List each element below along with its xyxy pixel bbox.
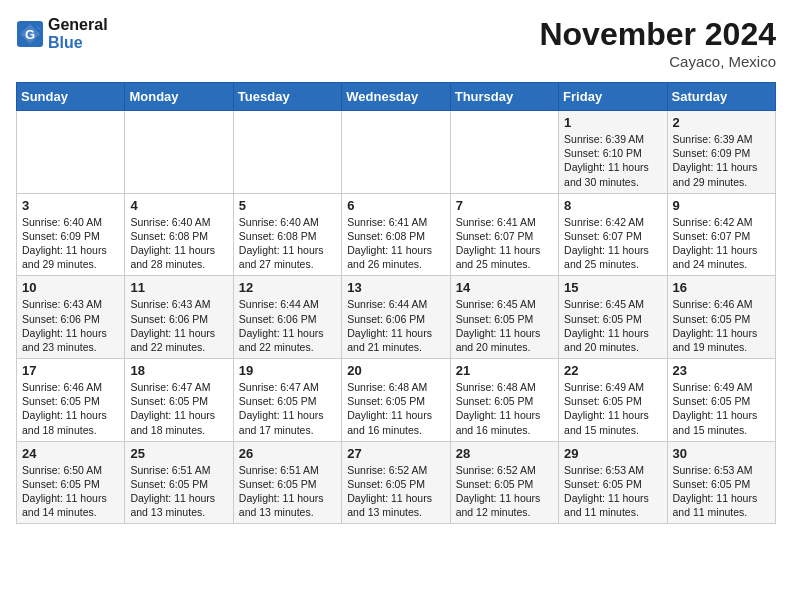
cell-content: Sunrise: 6:47 AM Sunset: 6:05 PM Dayligh… xyxy=(130,380,227,437)
cell-content: Sunrise: 6:41 AM Sunset: 6:07 PM Dayligh… xyxy=(456,215,553,272)
day-number: 8 xyxy=(564,198,661,213)
cell-content: Sunrise: 6:50 AM Sunset: 6:05 PM Dayligh… xyxy=(22,463,119,520)
calendar-cell xyxy=(17,111,125,194)
calendar-header: SundayMondayTuesdayWednesdayThursdayFrid… xyxy=(17,83,776,111)
cell-content: Sunrise: 6:52 AM Sunset: 6:05 PM Dayligh… xyxy=(347,463,444,520)
day-number: 2 xyxy=(673,115,770,130)
page-header: G General Blue November 2024 Cayaco, Mex… xyxy=(16,16,776,70)
cell-content: Sunrise: 6:44 AM Sunset: 6:06 PM Dayligh… xyxy=(347,297,444,354)
calendar-cell: 14Sunrise: 6:45 AM Sunset: 6:05 PM Dayli… xyxy=(450,276,558,359)
cell-content: Sunrise: 6:43 AM Sunset: 6:06 PM Dayligh… xyxy=(130,297,227,354)
cell-content: Sunrise: 6:42 AM Sunset: 6:07 PM Dayligh… xyxy=(673,215,770,272)
day-number: 15 xyxy=(564,280,661,295)
calendar-table: SundayMondayTuesdayWednesdayThursdayFrid… xyxy=(16,82,776,524)
cell-content: Sunrise: 6:46 AM Sunset: 6:05 PM Dayligh… xyxy=(673,297,770,354)
cell-content: Sunrise: 6:51 AM Sunset: 6:05 PM Dayligh… xyxy=(239,463,336,520)
header-monday: Monday xyxy=(125,83,233,111)
day-number: 21 xyxy=(456,363,553,378)
calendar-cell: 27Sunrise: 6:52 AM Sunset: 6:05 PM Dayli… xyxy=(342,441,450,524)
cell-content: Sunrise: 6:45 AM Sunset: 6:05 PM Dayligh… xyxy=(456,297,553,354)
day-number: 11 xyxy=(130,280,227,295)
day-number: 14 xyxy=(456,280,553,295)
day-number: 13 xyxy=(347,280,444,295)
day-number: 10 xyxy=(22,280,119,295)
header-saturday: Saturday xyxy=(667,83,775,111)
calendar-cell: 24Sunrise: 6:50 AM Sunset: 6:05 PM Dayli… xyxy=(17,441,125,524)
day-number: 24 xyxy=(22,446,119,461)
calendar-cell: 12Sunrise: 6:44 AM Sunset: 6:06 PM Dayli… xyxy=(233,276,341,359)
header-wednesday: Wednesday xyxy=(342,83,450,111)
calendar-cell: 19Sunrise: 6:47 AM Sunset: 6:05 PM Dayli… xyxy=(233,359,341,442)
calendar-cell: 13Sunrise: 6:44 AM Sunset: 6:06 PM Dayli… xyxy=(342,276,450,359)
calendar-cell: 2Sunrise: 6:39 AM Sunset: 6:09 PM Daylig… xyxy=(667,111,775,194)
cell-content: Sunrise: 6:40 AM Sunset: 6:09 PM Dayligh… xyxy=(22,215,119,272)
calendar-cell: 7Sunrise: 6:41 AM Sunset: 6:07 PM Daylig… xyxy=(450,193,558,276)
location: Cayaco, Mexico xyxy=(539,53,776,70)
calendar-cell: 20Sunrise: 6:48 AM Sunset: 6:05 PM Dayli… xyxy=(342,359,450,442)
title-block: November 2024 Cayaco, Mexico xyxy=(539,16,776,70)
day-number: 1 xyxy=(564,115,661,130)
calendar-cell: 15Sunrise: 6:45 AM Sunset: 6:05 PM Dayli… xyxy=(559,276,667,359)
header-friday: Friday xyxy=(559,83,667,111)
day-number: 19 xyxy=(239,363,336,378)
calendar-cell: 11Sunrise: 6:43 AM Sunset: 6:06 PM Dayli… xyxy=(125,276,233,359)
cell-content: Sunrise: 6:51 AM Sunset: 6:05 PM Dayligh… xyxy=(130,463,227,520)
calendar-cell: 22Sunrise: 6:49 AM Sunset: 6:05 PM Dayli… xyxy=(559,359,667,442)
cell-content: Sunrise: 6:40 AM Sunset: 6:08 PM Dayligh… xyxy=(130,215,227,272)
header-sunday: Sunday xyxy=(17,83,125,111)
calendar-cell: 23Sunrise: 6:49 AM Sunset: 6:05 PM Dayli… xyxy=(667,359,775,442)
cell-content: Sunrise: 6:53 AM Sunset: 6:05 PM Dayligh… xyxy=(673,463,770,520)
cell-content: Sunrise: 6:39 AM Sunset: 6:10 PM Dayligh… xyxy=(564,132,661,189)
cell-content: Sunrise: 6:48 AM Sunset: 6:05 PM Dayligh… xyxy=(456,380,553,437)
cell-content: Sunrise: 6:43 AM Sunset: 6:06 PM Dayligh… xyxy=(22,297,119,354)
calendar-cell: 6Sunrise: 6:41 AM Sunset: 6:08 PM Daylig… xyxy=(342,193,450,276)
calendar-cell xyxy=(125,111,233,194)
month-title: November 2024 xyxy=(539,16,776,53)
cell-content: Sunrise: 6:42 AM Sunset: 6:07 PM Dayligh… xyxy=(564,215,661,272)
cell-content: Sunrise: 6:49 AM Sunset: 6:05 PM Dayligh… xyxy=(673,380,770,437)
calendar-cell: 29Sunrise: 6:53 AM Sunset: 6:05 PM Dayli… xyxy=(559,441,667,524)
calendar-cell: 21Sunrise: 6:48 AM Sunset: 6:05 PM Dayli… xyxy=(450,359,558,442)
cell-content: Sunrise: 6:41 AM Sunset: 6:08 PM Dayligh… xyxy=(347,215,444,272)
day-number: 30 xyxy=(673,446,770,461)
logo: G General Blue xyxy=(16,16,108,51)
calendar-cell xyxy=(233,111,341,194)
day-number: 6 xyxy=(347,198,444,213)
cell-content: Sunrise: 6:52 AM Sunset: 6:05 PM Dayligh… xyxy=(456,463,553,520)
calendar-cell: 30Sunrise: 6:53 AM Sunset: 6:05 PM Dayli… xyxy=(667,441,775,524)
cell-content: Sunrise: 6:48 AM Sunset: 6:05 PM Dayligh… xyxy=(347,380,444,437)
day-number: 3 xyxy=(22,198,119,213)
calendar-cell: 1Sunrise: 6:39 AM Sunset: 6:10 PM Daylig… xyxy=(559,111,667,194)
day-number: 20 xyxy=(347,363,444,378)
day-number: 4 xyxy=(130,198,227,213)
day-number: 23 xyxy=(673,363,770,378)
cell-content: Sunrise: 6:49 AM Sunset: 6:05 PM Dayligh… xyxy=(564,380,661,437)
cell-content: Sunrise: 6:39 AM Sunset: 6:09 PM Dayligh… xyxy=(673,132,770,189)
header-thursday: Thursday xyxy=(450,83,558,111)
logo-text: General Blue xyxy=(48,16,108,51)
calendar-cell: 5Sunrise: 6:40 AM Sunset: 6:08 PM Daylig… xyxy=(233,193,341,276)
day-number: 27 xyxy=(347,446,444,461)
day-number: 7 xyxy=(456,198,553,213)
calendar-cell: 18Sunrise: 6:47 AM Sunset: 6:05 PM Dayli… xyxy=(125,359,233,442)
day-number: 12 xyxy=(239,280,336,295)
day-number: 22 xyxy=(564,363,661,378)
cell-content: Sunrise: 6:53 AM Sunset: 6:05 PM Dayligh… xyxy=(564,463,661,520)
logo-icon: G xyxy=(16,20,44,48)
calendar-cell xyxy=(450,111,558,194)
cell-content: Sunrise: 6:45 AM Sunset: 6:05 PM Dayligh… xyxy=(564,297,661,354)
calendar-cell: 26Sunrise: 6:51 AM Sunset: 6:05 PM Dayli… xyxy=(233,441,341,524)
day-number: 26 xyxy=(239,446,336,461)
day-number: 29 xyxy=(564,446,661,461)
calendar-cell: 28Sunrise: 6:52 AM Sunset: 6:05 PM Dayli… xyxy=(450,441,558,524)
calendar-cell: 17Sunrise: 6:46 AM Sunset: 6:05 PM Dayli… xyxy=(17,359,125,442)
calendar-cell: 10Sunrise: 6:43 AM Sunset: 6:06 PM Dayli… xyxy=(17,276,125,359)
cell-content: Sunrise: 6:46 AM Sunset: 6:05 PM Dayligh… xyxy=(22,380,119,437)
svg-text:G: G xyxy=(25,27,35,42)
cell-content: Sunrise: 6:44 AM Sunset: 6:06 PM Dayligh… xyxy=(239,297,336,354)
day-number: 28 xyxy=(456,446,553,461)
day-number: 25 xyxy=(130,446,227,461)
calendar-cell: 16Sunrise: 6:46 AM Sunset: 6:05 PM Dayli… xyxy=(667,276,775,359)
calendar-cell xyxy=(342,111,450,194)
day-number: 16 xyxy=(673,280,770,295)
